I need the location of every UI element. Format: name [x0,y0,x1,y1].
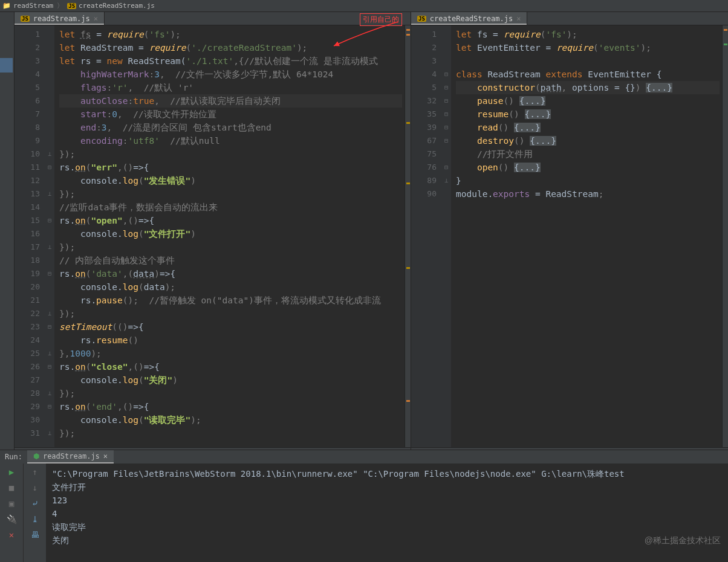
close-icon[interactable]: × [516,15,521,23]
run-label: Run: [0,453,27,461]
run-tool-window: Run: ⬢ readStream.js × ▶ ■ ▣ 🔌 ✕ ↑ ↓ ⤶ ⤓… [0,462,728,562]
breadcrumb: 📁 readStream 〉 JS createReadStream.js [0,0,728,12]
gutter-linenumbers: 123453235396775768990 [411,25,441,447]
gutter-linenumbers: 1234567891011121314151617181920212223242… [15,25,45,447]
scroll-to-end-icon[interactable]: ⤓ [30,514,40,524]
close-icon[interactable]: × [103,452,108,460]
editor-right: JS createReadStream.js × 123453235396775… [411,12,728,459]
folder-icon: 📁 [2,2,11,10]
soft-wrap-icon[interactable]: ⤶ [30,499,40,508]
js-icon: JS [21,16,30,22]
gutter-fold[interactable]: ⊟⊟⊟⊟⊟⊟⊟⊥ [441,25,451,447]
gutter-fold[interactable]: ⊥⊟⊥⊟⊥⊟⊥⊟⊥⊟⊥⊟⊥ [45,25,54,447]
up-icon[interactable]: ↑ [30,467,40,477]
js-icon: JS [67,3,76,9]
error-stripe[interactable] [722,25,728,447]
print-icon[interactable]: 🖶 [30,530,40,540]
close-icon[interactable]: ✕ [7,530,16,540]
tab-label: readStream.js [33,15,90,23]
layout-icon[interactable]: ▣ [7,499,16,508]
rerun-icon[interactable]: ▶ [7,467,16,477]
stop-icon[interactable]: ■ [7,483,16,493]
run-config-tab[interactable]: ⬢ readStream.js × [27,450,114,463]
tab-label: createReadStream.js [430,15,513,23]
attach-debugger-icon[interactable]: 🔌 [7,514,17,524]
run-header: Run: ⬢ readStream.js × [0,450,728,463]
code-editor[interactable]: let fs = require('fs');let EventEmitter … [451,25,722,447]
error-stripe[interactable] [405,25,411,447]
breadcrumb-item[interactable]: 📁 readStream [2,2,53,10]
breadcrumb-item[interactable]: JS createReadStream.js [67,2,155,10]
run-config-label: readStream.js [43,452,100,460]
tool-window-gutter[interactable] [0,12,15,459]
editor-tab[interactable]: JS createReadStream.js × [411,12,527,25]
code-editor[interactable]: let fs = require('fs');let ReadStream = … [54,25,405,447]
js-icon: JS [417,16,426,22]
down-icon[interactable]: ↓ [30,483,40,493]
user-annotation-box: 引用自己的 [360,13,402,26]
editor-left: JS readStream.js × 123456789101112131415… [15,12,411,459]
editor-tab[interactable]: JS readStream.js × [15,12,105,25]
run-toolbar-left: ▶ ■ ▣ 🔌 ✕ [0,463,23,562]
close-icon[interactable]: × [94,15,98,23]
tab-bar: JS readStream.js × [15,12,411,25]
console-output[interactable]: "C:\Program Files\JetBrains\WebStorm 201… [46,463,728,562]
run-toolbar-left2: ↑ ↓ ⤶ ⤓ 🖶 [23,463,46,562]
tab-bar: JS createReadStream.js × [411,12,728,25]
nodejs-icon: ⬢ [33,452,39,460]
